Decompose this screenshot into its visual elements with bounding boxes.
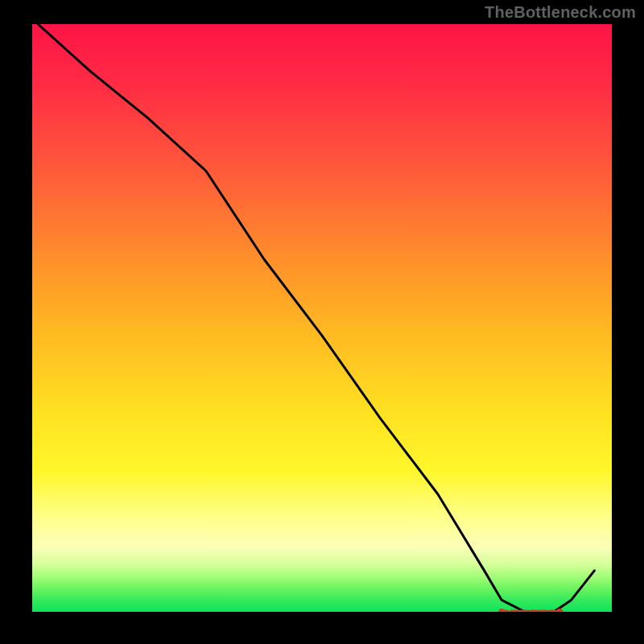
valley-end-dot	[498, 609, 505, 612]
chart-frame: TheBottleneck.com	[0, 0, 644, 644]
curve-layer	[32, 24, 612, 612]
main-curve	[38, 24, 594, 612]
valley-markers	[498, 609, 563, 612]
plot-area	[32, 24, 612, 612]
attribution-label: TheBottleneck.com	[485, 3, 636, 22]
